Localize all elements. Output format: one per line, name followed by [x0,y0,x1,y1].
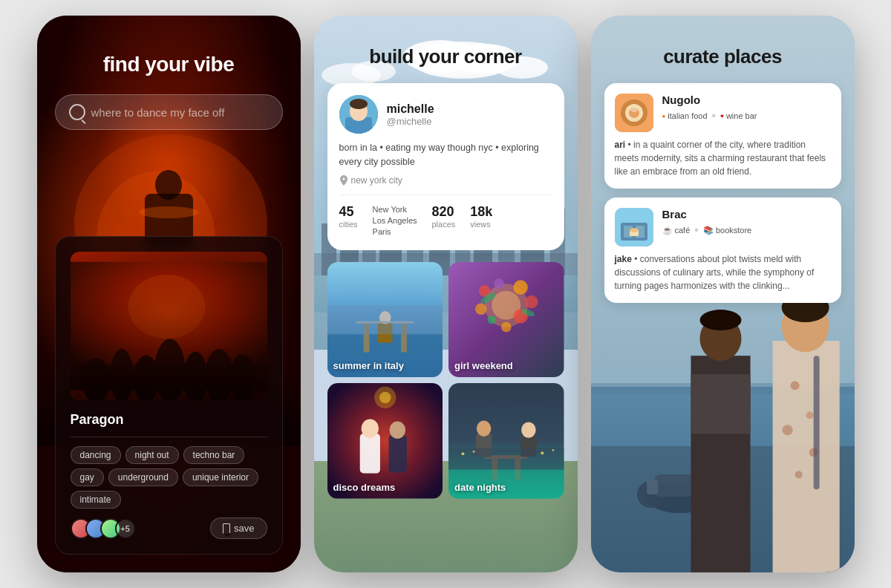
phone3-content: curate places [591,16,855,572]
search-placeholder: where to dance my face off [91,106,225,119]
venue-divider [71,437,267,437]
place-card-nugolo: Nugolo ● italian food • ♥ wine bar [604,83,841,189]
svg-point-118 [630,108,638,112]
place-name-nugolo: Nugolo [662,94,831,106]
cities-list: New York Los Angeles Paris [373,204,417,238]
stat-cities: 45 cities [339,204,358,238]
tag-intimate: intimate [71,491,121,509]
tag-divider-2: • [694,223,699,237]
tag-underground: underground [108,468,178,486]
svg-point-63 [494,278,504,289]
phone2-title: build your corner [327,45,564,68]
tag-unique-interior: unique interior [183,468,258,486]
author-jake: jake [615,254,632,264]
svg-point-124 [630,228,639,232]
photo-label-girl: girl weekend [454,360,513,371]
photo-label-summer: summer in italy [333,360,404,371]
phone-curate-places: curate places [591,16,855,572]
tag-wine-bar: wine bar [726,111,757,120]
tag-bookstore: bookstore [716,226,751,235]
svg-point-85 [521,422,535,438]
views-label: views [470,220,492,229]
location-icon [339,175,348,186]
svg-point-89 [473,451,475,453]
svg-point-66 [487,316,496,324]
app-showcase: find your vibe where to dance my face of… [22,1,869,587]
save-label: save [234,523,254,534]
svg-point-88 [461,452,464,455]
photo-girl-weekend: girl weekend [448,262,564,378]
coffee-icon: ☕ [662,226,673,235]
svg-point-62 [513,280,527,294]
place-thumb-nugolo [615,94,653,132]
stat-views: 18k views [470,204,492,238]
place-desc-sep-2: • [634,254,640,264]
cities-count: 45 [339,204,358,220]
photo-summer-italy: summer in italy [327,262,443,378]
search-icon [69,104,85,120]
profile-avatar [339,95,378,134]
svg-point-65 [475,303,487,315]
svg-rect-72 [359,434,379,473]
photo-grid: summer in italy [327,262,564,499]
svg-point-91 [552,449,554,451]
tag-italian-food: italian food [668,111,707,120]
bookmark-icon [223,523,230,534]
views-count: 18k [470,204,492,220]
tag-night-out: night out [125,446,179,464]
book-icon: 📚 [703,226,714,235]
search-bar[interactable]: where to dance my face off [55,94,283,130]
phone1-content: find your vibe where to dance my face of… [37,16,301,572]
orange-dot-icon: ● [662,113,666,120]
place-tag-bookstore: 📚 bookstore [703,226,751,235]
place-header-2: Brac ☕ café • 📚 bookstore [615,208,831,246]
cities-label: cities [339,220,358,229]
svg-rect-87 [448,448,564,470]
phone3-title: curate places [604,45,841,68]
venue-footer: +5 save [71,517,267,539]
tag-divider-1: • [712,109,717,122]
tag-dancing: dancing [71,446,121,464]
place-desc-text-1: • [628,140,634,150]
tag-gay: gay [71,468,104,486]
venue-img-overlay [71,252,267,400]
svg-point-73 [361,419,378,438]
profile-stats: 45 cities New York Los Angeles Paris 820… [339,195,552,238]
svg-point-77 [379,392,391,404]
places-label: places [432,220,456,229]
svg-point-90 [541,452,544,455]
stat-cities-list: New York Los Angeles Paris [373,204,417,238]
desc-text-brac: conversations about plot twists meld wit… [615,254,815,291]
svg-point-64 [525,295,538,307]
profile-location: new york city [339,175,552,186]
svg-point-68 [501,321,512,332]
desc-text-nugolo: in a quaint corner of the city, where tr… [615,140,826,177]
place-tag-italian: ● italian food [662,111,708,120]
save-button[interactable]: save [210,517,267,539]
profile-card: michelle @michelle born in la • eating m… [327,83,564,250]
svg-point-83 [477,421,491,437]
venue-card: Paragon dancing night out techno bar gay… [55,236,283,555]
place-info-2: Brac ☕ café • 📚 bookstore [662,208,831,237]
places-count: 820 [432,204,456,220]
venue-tags: dancing night out techno bar gay undergr… [71,446,267,509]
phone-find-vibe: find your vibe where to dance my face of… [37,16,301,572]
red-dot-icon: ♥ [720,113,724,120]
author-ari: ari [615,140,626,150]
svg-rect-74 [388,435,406,473]
place-name-brac: Brac [662,208,831,220]
photo-label-date: date nights [454,482,506,493]
tag-techno-bar: techno bar [183,446,245,464]
stat-places: 820 places [432,204,456,238]
location-text: new york city [351,175,402,186]
profile-info: michelle @michelle [387,102,552,127]
photo-disco-dreams: disco dreams [327,383,443,499]
profile-name: michelle [387,102,552,116]
place-tags-2: ☕ café • 📚 bookstore [662,223,831,237]
venue-image [71,252,267,400]
svg-point-49 [350,99,368,109]
profile-handle: @michelle [387,116,552,127]
phone1-title: find your vibe [55,53,283,76]
svg-point-75 [389,422,405,439]
phone2-content: build your corner [314,16,578,572]
